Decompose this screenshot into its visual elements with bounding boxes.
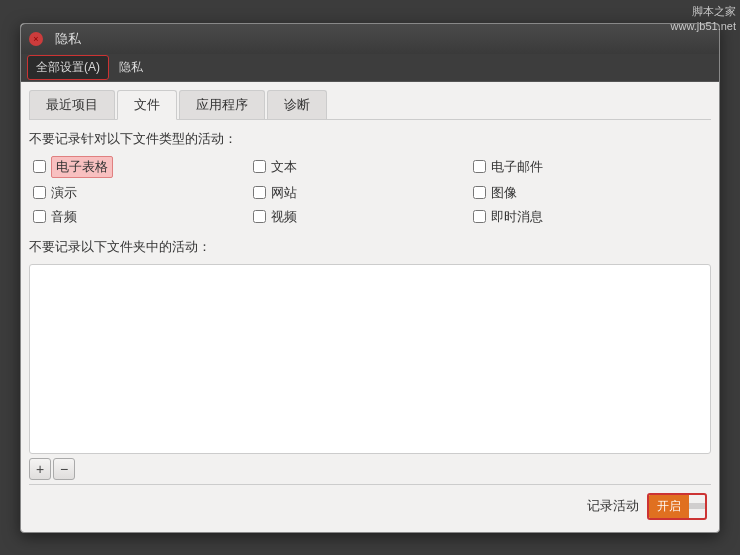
file-types-section: 不要记录针对以下文件类型的活动： 电子表格 文本 电子邮件	[29, 130, 711, 226]
video-label: 视频	[271, 208, 297, 226]
presentation-label: 演示	[51, 184, 77, 202]
checkbox-email: 电子邮件	[473, 156, 693, 178]
toggle-off-label[interactable]	[689, 503, 705, 509]
checkbox-website: 网站	[253, 184, 473, 202]
remove-folder-button[interactable]: −	[53, 458, 75, 480]
window-title: 隐私	[55, 30, 81, 48]
main-panel: 不要记录针对以下文件类型的活动： 电子表格 文本 电子邮件	[29, 130, 711, 480]
checkbox-text: 文本	[253, 156, 473, 178]
checkbox-website-input[interactable]	[253, 186, 266, 199]
checkbox-presentation-input[interactable]	[33, 186, 46, 199]
watermark: 脚本之家 www.jb51.net	[671, 4, 736, 35]
website-label: 网站	[271, 184, 297, 202]
checkbox-spreadsheet: 电子表格	[33, 156, 253, 178]
spreadsheet-label: 电子表格	[51, 156, 113, 178]
menubar: 全部设置(A) 隐私	[21, 54, 719, 82]
checkbox-image: 图像	[473, 184, 693, 202]
file-types-grid: 电子表格 文本 电子邮件 演示	[29, 156, 711, 226]
tab-recent[interactable]: 最近项目	[29, 90, 115, 119]
checkbox-presentation: 演示	[33, 184, 253, 202]
checkbox-audio-input[interactable]	[33, 210, 46, 223]
tab-files[interactable]: 文件	[117, 90, 177, 120]
text-label: 文本	[271, 158, 297, 176]
folder-heading: 不要记录以下文件夹中的活动：	[29, 238, 711, 256]
tab-diagnostics[interactable]: 诊断	[267, 90, 327, 119]
close-button[interactable]: ×	[29, 32, 43, 46]
titlebar: × 隐私	[21, 24, 719, 54]
folder-list[interactable]	[29, 264, 711, 454]
privacy-window: × 隐私 全部设置(A) 隐私 最近项目 文件 应用程序 诊断 不要记录针对以下…	[20, 23, 720, 533]
checkbox-video: 视频	[253, 208, 473, 226]
folder-toolbar: + −	[29, 458, 711, 480]
add-folder-button[interactable]: +	[29, 458, 51, 480]
checkbox-instant-message: 即时消息	[473, 208, 693, 226]
record-toggle[interactable]: 开启	[647, 493, 707, 520]
menu-privacy[interactable]: 隐私	[111, 56, 151, 79]
toggle-on-label[interactable]: 开启	[649, 495, 689, 518]
content-area: 最近项目 文件 应用程序 诊断 不要记录针对以下文件类型的活动： 电子表格 文本	[21, 82, 719, 532]
footer: 记录活动 开启	[29, 484, 711, 524]
checkbox-audio: 音频	[33, 208, 253, 226]
tab-applications[interactable]: 应用程序	[179, 90, 265, 119]
audio-label: 音频	[51, 208, 77, 226]
checkbox-text-input[interactable]	[253, 160, 266, 173]
tab-bar: 最近项目 文件 应用程序 诊断	[29, 90, 711, 120]
image-label: 图像	[491, 184, 517, 202]
checkbox-video-input[interactable]	[253, 210, 266, 223]
record-activity-label: 记录活动	[587, 497, 639, 515]
menu-all-settings[interactable]: 全部设置(A)	[27, 55, 109, 80]
checkbox-image-input[interactable]	[473, 186, 486, 199]
im-label: 即时消息	[491, 208, 543, 226]
file-types-heading: 不要记录针对以下文件类型的活动：	[29, 130, 711, 148]
checkbox-spreadsheet-input[interactable]	[33, 160, 46, 173]
email-label: 电子邮件	[491, 158, 543, 176]
folder-section: 不要记录以下文件夹中的活动： + −	[29, 238, 711, 480]
checkbox-email-input[interactable]	[473, 160, 486, 173]
checkbox-im-input[interactable]	[473, 210, 486, 223]
